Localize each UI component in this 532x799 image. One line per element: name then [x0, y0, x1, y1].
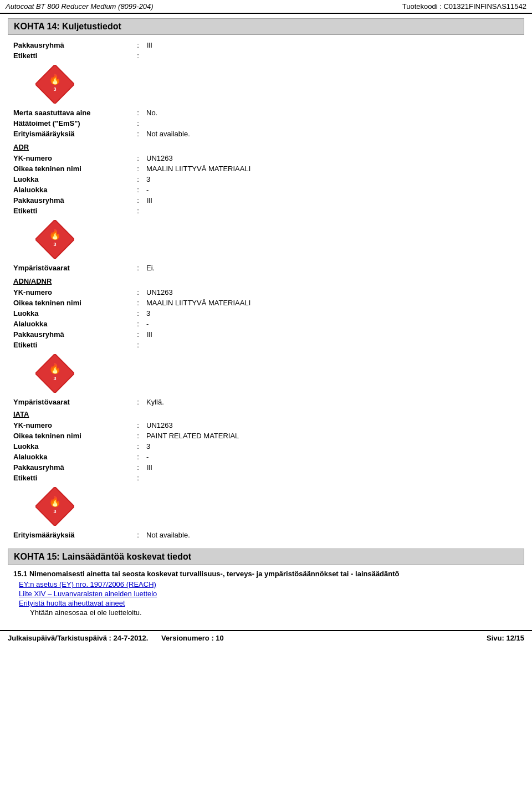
- svg-text:🔥: 🔥: [49, 362, 62, 375]
- field-adnadnr-etiketti: Etiketti :: [8, 340, 524, 350]
- field-label-adnadnr-alaluokka: Alaluokka: [8, 320, 130, 328]
- header-product-code: Tuotekoodi : C01321FINFINSAS11542: [402, 2, 526, 11]
- field-label-adr-etiketti: Etiketti: [8, 207, 130, 215]
- field-label-adr-nimi: Oikea tekninen nimi: [8, 165, 130, 173]
- field-label-adnadnr-pakkaus: Pakkausryhmä: [8, 330, 130, 339]
- footer-pub-colon: :: [109, 634, 114, 642]
- annex-link[interactable]: Liite XIV – Luvanvaraisten aineiden luet…: [19, 590, 524, 598]
- field-value-iata-pakkaus: III: [146, 463, 524, 472]
- field-adr-ymparisto: Ympäristövaarat : Ei.: [8, 263, 524, 273]
- field-value-adr-yk: UN1263: [146, 154, 524, 162]
- section15-subsection-title: 15.1 Nimenomaisesti ainetta tai seosta k…: [13, 570, 524, 578]
- footer-version-value: 10: [216, 634, 223, 642]
- svg-text:3: 3: [53, 509, 56, 514]
- field-label-adr-yk: YK-numero: [8, 154, 130, 162]
- field-value-iata-nimi: PAINT RELATED MATERIAL: [146, 432, 524, 440]
- colon-pakkausryhma-top: :: [130, 41, 146, 49]
- footer-publication: Julkaisupäivä/Tarkistuspäivä : 24-7-2012…: [8, 634, 224, 642]
- page-header: Autocoat BT 800 Reducer Medium (8099-204…: [0, 0, 532, 14]
- field-adr-pakkaus: Pakkausryhmä : III: [8, 196, 524, 205]
- adnadnr-header: ADN/ADNR: [13, 277, 524, 285]
- field-value-iata-erityis: Not available.: [146, 531, 524, 539]
- field-value-erityismaarays-top: Not available.: [146, 130, 524, 138]
- field-iata-pakkaus: Pakkausryhmä : III: [8, 463, 524, 472]
- field-label-adr-luokka: Luokka: [8, 175, 130, 183]
- field-label-iata-luokka: Luokka: [8, 442, 130, 450]
- field-iata-yk: YK-numero : UN1263: [8, 421, 524, 430]
- field-value-adnadnr-yk: UN1263: [146, 288, 524, 296]
- field-label-adnadnr-luokka: Luokka: [8, 309, 130, 317]
- field-label-adr-ymparisto: Ympäristövaarat: [8, 264, 130, 272]
- svg-text:🔥: 🔥: [49, 73, 62, 85]
- hazard-diamond-3: 🔥 3: [35, 354, 74, 393]
- field-label-iata-erityis: Erityismääräyksiä: [8, 531, 130, 539]
- field-value-adr-luokka: 3: [146, 175, 524, 183]
- footer-pub-label: Julkaisupäivä/Tarkistuspäivä: [8, 634, 107, 642]
- field-adr-nimi: Oikea tekninen nimi : MAALIN LIITTYVÄ MA…: [8, 164, 524, 173]
- concern-link[interactable]: Erityistä huolta aiheuttavat aineet: [19, 599, 524, 607]
- field-adr-alaluokka: Alaluokka : -: [8, 185, 524, 194]
- svg-text:3: 3: [53, 242, 56, 247]
- field-iata-alaluokka: Alaluokka : -: [8, 452, 524, 462]
- field-value-merta: No.: [146, 109, 524, 117]
- field-iata-nimi: Oikea tekninen nimi : PAINT RELATED MATE…: [8, 431, 524, 441]
- svg-text:🔥: 🔥: [49, 228, 62, 240]
- field-value-adnadnr-pakkaus: III: [146, 330, 524, 339]
- hazard-diamond-1: 🔥 3: [35, 65, 74, 104]
- field-adr-luokka: Luokka : 3: [8, 175, 524, 184]
- field-label-adnadnr-ymparisto: Ympäristövaarat: [8, 398, 130, 406]
- field-label-iata-yk: YK-numero: [8, 421, 130, 429]
- main-content: KOHTA 14: Kuljetustiedot Pakkausryhmä : …: [0, 14, 532, 621]
- field-label-adnadnr-etiketti: Etiketti: [8, 341, 130, 349]
- field-iata-erityis: Erityismääräyksiä : Not available.: [8, 530, 524, 540]
- section14-header: KOHTA 14: Kuljetustiedot: [8, 18, 524, 35]
- field-value-adnadnr-ymparisto: Kyllä.: [146, 398, 524, 406]
- svg-text:3: 3: [53, 376, 56, 381]
- field-value-adr-pakkaus: III: [146, 196, 524, 204]
- field-value-adr-nimi: MAALIN LIITTYVÄ MATERIAALI: [146, 165, 524, 173]
- field-etiketti-top: Etiketti :: [8, 51, 524, 60]
- field-iata-luokka: Luokka : 3: [8, 442, 524, 451]
- reach-link[interactable]: EY:n asetus (EY) nro. 1907/2006 (REACH): [19, 580, 524, 588]
- field-adnadnr-yk: YK-numero : UN1263: [8, 288, 524, 297]
- hazard-diamond-4: 🔥 3: [35, 487, 74, 526]
- field-adr-yk: YK-numero : UN1263: [8, 153, 524, 163]
- field-label-iata-etiketti: Etiketti: [8, 474, 130, 482]
- field-value-adr-alaluokka: -: [146, 186, 524, 194]
- svg-text:🔥: 🔥: [49, 495, 62, 508]
- adr-header: ADR: [13, 143, 524, 151]
- footer-page: Sivu: 12/15: [487, 634, 524, 642]
- field-label-merta: Merta saastuttava aine: [8, 109, 130, 117]
- field-iata-etiketti: Etiketti :: [8, 473, 524, 483]
- field-value-adnadnr-nimi: MAALIN LIITTYVÄ MATERIAALI: [146, 299, 524, 307]
- field-label-hatätoimet: Hätätoimet ("EmS"): [8, 119, 130, 127]
- field-hatätoimet: Hätätoimet ("EmS") :: [8, 119, 524, 128]
- field-adnadnr-alaluokka: Alaluokka : -: [8, 319, 524, 329]
- field-adnadnr-nimi: Oikea tekninen nimi : MAALIN LIITTYVÄ MA…: [8, 298, 524, 308]
- field-adnadnr-pakkaus: Pakkausryhmä : III: [8, 330, 524, 339]
- section15-header: KOHTA 15: Lainsäädäntöä koskevat tiedot: [8, 549, 524, 565]
- field-label-adr-pakkaus: Pakkausryhmä: [8, 196, 130, 204]
- field-label-adr-alaluokka: Alaluokka: [8, 186, 130, 194]
- field-label-erityismaarays-top: Erityismääräyksiä: [8, 130, 130, 138]
- colon-erityismaarays-top: :: [130, 130, 146, 138]
- field-erityismaarays-top: Erityismääräyksiä : Not available.: [8, 129, 524, 139]
- field-adnadnr-luokka: Luokka : 3: [8, 309, 524, 318]
- field-adr-etiketti: Etiketti :: [8, 206, 524, 216]
- concern-value: Yhtään ainesosaa ei ole luetteloitu.: [30, 608, 524, 617]
- field-pakkausryhma-top: Pakkausryhmä : III: [8, 40, 524, 50]
- header-product-name: Autocoat BT 800 Reducer Medium (8099-204…: [6, 2, 154, 11]
- footer-version-label: Versionumero: [161, 634, 209, 642]
- hazard-diamond-2: 🔥 3: [35, 220, 74, 259]
- field-value-iata-alaluokka: -: [146, 453, 524, 461]
- field-label-etiketti-top: Etiketti: [8, 52, 130, 60]
- field-label-iata-alaluokka: Alaluokka: [8, 453, 130, 461]
- field-label-iata-nimi: Oikea tekninen nimi: [8, 432, 130, 440]
- footer-pub-value: 24-7-2012.: [114, 634, 149, 642]
- colon-merta: :: [130, 109, 146, 117]
- field-value-pakkausryhma-top: III: [146, 41, 524, 49]
- field-label-pakkausryhma-top: Pakkausryhmä: [8, 41, 130, 49]
- field-merta: Merta saastuttava aine : No.: [8, 108, 524, 117]
- iata-header: IATA: [13, 410, 524, 418]
- field-value-adr-ymparisto: Ei.: [146, 264, 524, 272]
